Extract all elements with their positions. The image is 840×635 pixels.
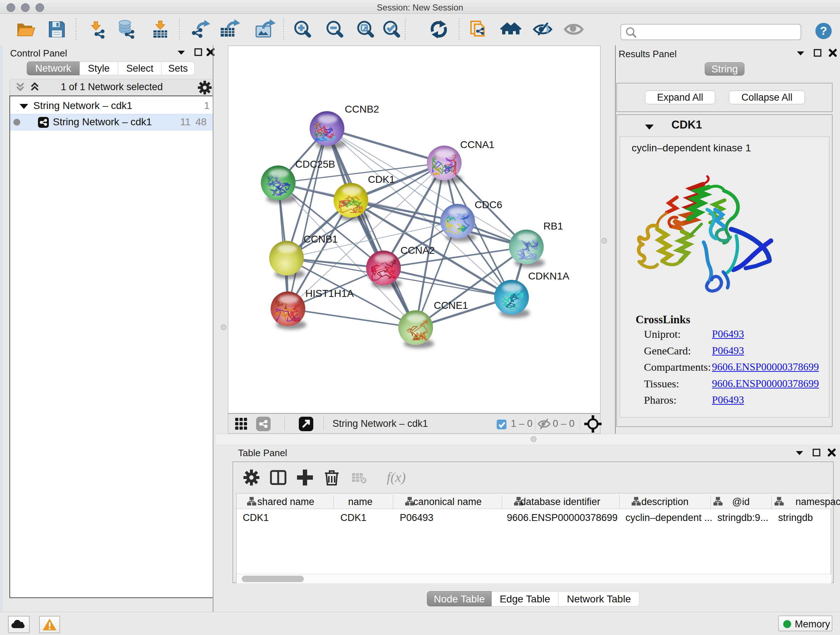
svg-text:RB1: RB1 (543, 220, 563, 232)
svg-text:CDC6: CDC6 (475, 199, 502, 211)
svg-text:CCNB1: CCNB1 (303, 233, 338, 245)
svg-text:CCNE1: CCNE1 (434, 300, 468, 311)
svg-text:CDK1: CDK1 (368, 174, 395, 185)
svg-text:HIST1H1A: HIST1H1A (305, 288, 354, 299)
svg-text:f(x): f(x) (387, 470, 406, 485)
svg-text:CDC25B: CDC25B (295, 158, 335, 170)
svg-text:CDKN1A: CDKN1A (528, 271, 569, 282)
svg-text:CCNA2: CCNA2 (401, 245, 435, 256)
svg-text:CCNB2: CCNB2 (345, 103, 379, 115)
svg-text:CCNA1: CCNA1 (460, 139, 494, 150)
